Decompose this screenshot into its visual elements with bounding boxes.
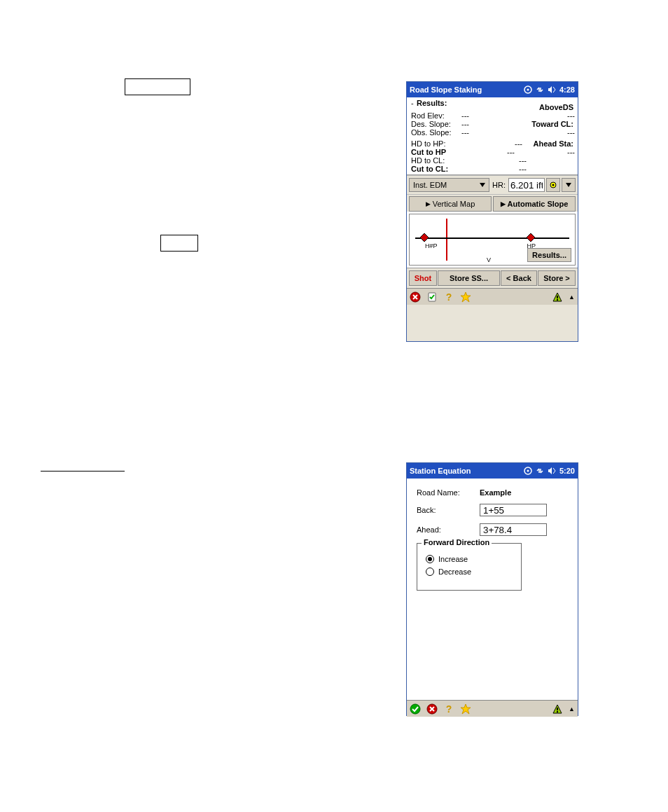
activity-icon xyxy=(524,85,532,94)
vertical-cursor xyxy=(446,219,447,261)
warning-up-icon[interactable] xyxy=(552,291,563,303)
svg-rect-21 xyxy=(557,711,558,713)
back-button-label: < Back xyxy=(506,274,531,282)
svg-point-14 xyxy=(527,470,529,472)
svg-rect-12 xyxy=(557,299,558,301)
hp-left-label: H#P xyxy=(425,242,438,249)
results-button-label: Results... xyxy=(532,251,566,259)
up-arrow-icon[interactable]: ▲ xyxy=(569,706,575,713)
cut-hp-label: Cut to HP xyxy=(411,148,461,156)
svg-rect-11 xyxy=(557,296,558,298)
hr-dropdown-button[interactable] xyxy=(562,178,576,192)
road-name-value: Example xyxy=(480,488,511,497)
ahead-sta-value: --- xyxy=(559,148,575,156)
map-area[interactable]: H#P HP V Results... xyxy=(409,214,576,266)
hd-cl-value: --- xyxy=(510,156,527,165)
star-icon[interactable] xyxy=(460,703,471,715)
speaker-icon xyxy=(548,85,556,94)
titlebar: Station Equation 5:20 xyxy=(407,463,578,479)
instrument-toolbar: Inst. EDM HR: xyxy=(407,175,578,195)
cross-section-line xyxy=(415,238,569,239)
forward-direction-title: Forward Direction xyxy=(422,538,492,546)
client-area: - Results: AboveDS Rod Elev: --- --- Des… xyxy=(407,97,578,288)
ok-icon[interactable] xyxy=(410,703,421,715)
svg-point-1 xyxy=(527,89,529,91)
radio-decrease[interactable] xyxy=(426,567,434,576)
chevron-down-icon xyxy=(480,183,485,187)
radio-increase-row[interactable]: Increase xyxy=(426,555,513,563)
clock-time: 5:20 xyxy=(559,467,575,475)
radio-decrease-row[interactable]: Decrease xyxy=(426,567,513,576)
cut-hp-value: --- xyxy=(498,148,515,156)
tab-vertical-map-label: Vertical Map xyxy=(433,200,475,208)
rod-elev-label: Rod Elev: xyxy=(411,111,461,120)
underline-1 xyxy=(41,471,125,472)
instrument-dropdown[interactable]: Inst. EDM xyxy=(409,178,489,192)
hp-node-left xyxy=(419,233,429,242)
results-panel: - Results: AboveDS Rod Elev: --- --- Des… xyxy=(407,97,578,175)
window-title: Road Slope Staking xyxy=(410,85,524,94)
results-button[interactable]: Results... xyxy=(527,248,571,262)
system-tray: 4:28 xyxy=(524,85,575,94)
store-button[interactable]: Store > xyxy=(538,270,576,286)
svg-marker-18 xyxy=(461,704,471,714)
form-body: Road Name: Example Back: Ahead: Forward … xyxy=(407,479,578,700)
radio-increase-label: Increase xyxy=(438,555,468,563)
results-header: Results: xyxy=(417,99,447,111)
svg-point-3 xyxy=(552,184,555,186)
des-slope-label: Des. Slope: xyxy=(411,120,461,128)
outline-box-1 xyxy=(125,78,190,95)
outline-box-2 xyxy=(160,235,198,252)
titlebar: Road Slope Staking 4:28 xyxy=(407,82,578,97)
des-slope-value: --- xyxy=(461,120,484,128)
close-icon[interactable] xyxy=(410,291,421,303)
svg-point-15 xyxy=(410,704,420,714)
svg-marker-9 xyxy=(461,292,471,302)
toward-cl-value: --- xyxy=(559,128,575,137)
device-road-slope-staking: Road Slope Staking 4:28 - Results: Above… xyxy=(406,81,578,342)
tab-automatic-slope[interactable]: ▶ Automatic Slope xyxy=(493,196,576,212)
system-tray: 5:20 xyxy=(524,467,575,475)
bottom-button-row: Shot Store SS... < Back Store > xyxy=(407,268,578,288)
warning-up-icon[interactable] xyxy=(552,703,563,715)
aboveds-value: --- xyxy=(559,111,575,120)
road-name-label: Road Name: xyxy=(417,488,480,497)
star-icon[interactable] xyxy=(460,291,471,303)
target-button[interactable] xyxy=(546,178,560,192)
cut-cl-value: --- xyxy=(510,165,527,173)
tab-row: ▶ Vertical Map ▶ Automatic Slope xyxy=(407,195,578,212)
instrument-label: Inst. EDM xyxy=(413,181,447,189)
rod-elev-value: --- xyxy=(461,111,484,120)
statusbar: ? ▲ xyxy=(407,288,578,305)
close-icon[interactable] xyxy=(426,703,438,715)
back-station-input[interactable] xyxy=(480,504,547,516)
obs-slope-label: Obs. Slope: xyxy=(411,128,461,137)
shot-button[interactable]: Shot xyxy=(409,270,437,286)
device-station-equation: Station Equation 5:20 Road Name: Example… xyxy=(406,462,578,716)
tab-vertical-map[interactable]: ▶ Vertical Map xyxy=(409,196,492,212)
up-arrow-icon[interactable]: ▲ xyxy=(569,294,575,301)
svg-text:?: ? xyxy=(446,703,452,715)
store-ss-button[interactable]: Store SS... xyxy=(438,270,500,286)
radio-increase[interactable] xyxy=(426,555,434,563)
ahead-station-input[interactable] xyxy=(480,523,547,536)
help-icon[interactable]: ? xyxy=(443,291,454,303)
hd-hp-label: HD to HP: xyxy=(411,139,461,148)
statusbar: ? ▲ xyxy=(407,700,578,717)
help-icon[interactable]: ? xyxy=(443,703,454,715)
ahead-sta-label: Ahead Sta: xyxy=(529,139,575,148)
clock-time: 4:28 xyxy=(559,85,575,94)
shot-button-label: Shot xyxy=(415,274,431,282)
store-ss-button-label: Store SS... xyxy=(450,274,488,282)
tab-automatic-slope-label: Automatic Slope xyxy=(508,200,569,208)
back-button[interactable]: < Back xyxy=(501,270,537,286)
svg-text:?: ? xyxy=(446,291,452,303)
hd-hp-value: --- xyxy=(506,139,522,148)
ahead-station-label: Ahead: xyxy=(417,525,480,534)
hr-input[interactable] xyxy=(508,178,545,192)
radio-decrease-label: Decrease xyxy=(438,567,471,576)
activity-icon xyxy=(524,467,532,475)
store-button-label: Store > xyxy=(543,274,570,282)
clipboard-check-icon[interactable] xyxy=(426,291,438,303)
v-label: V xyxy=(487,256,491,263)
